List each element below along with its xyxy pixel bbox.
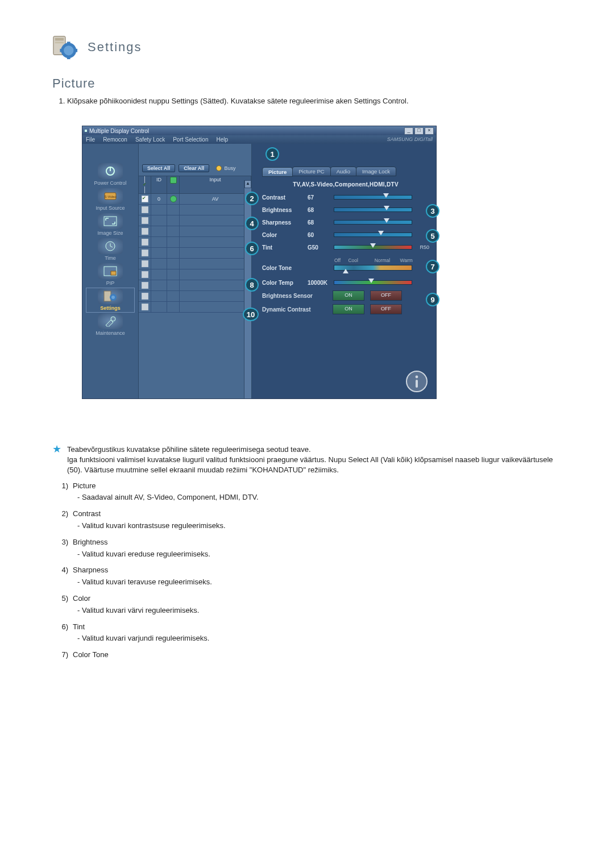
menu-file[interactable]: File	[86, 136, 95, 143]
device-row	[139, 215, 251, 226]
row-checkbox[interactable]	[142, 196, 148, 202]
svg-point-21	[111, 296, 115, 299]
device-row	[139, 237, 251, 248]
tint-slider[interactable]: Tint G50 R50	[262, 241, 429, 254]
image-size-icon	[98, 213, 123, 229]
dynamic-contrast-off-button[interactable]: OFF	[370, 304, 402, 314]
svg-point-25	[416, 376, 418, 379]
source-line: TV,AV,S-Video,Component,HDMI,DTV	[262, 180, 429, 191]
slider-value: 68	[306, 219, 334, 226]
slider-label: Tint	[262, 244, 306, 251]
sidebar-label: Image Size	[86, 230, 134, 236]
color-temp-slider[interactable]: Color Temp 10000K	[262, 276, 429, 289]
time-icon	[98, 238, 123, 254]
sidebar-item-pip[interactable]: PIP	[86, 263, 134, 287]
sidebar-item-image-size[interactable]: Image Size	[86, 213, 134, 237]
slider-label: Sharpness	[262, 219, 306, 226]
color-slider[interactable]: Color 60	[262, 229, 429, 241]
col-id: ID	[151, 176, 167, 193]
slider-label: Brightness	[262, 207, 306, 213]
svg-rect-26	[416, 380, 418, 388]
menu-help[interactable]: Help	[216, 136, 228, 143]
color-tone-row[interactable]: Color Tone Off Cool Normal Warm	[262, 259, 429, 276]
slider-value: 67	[306, 194, 334, 201]
menu-safety-lock[interactable]: Safety Lock	[135, 136, 165, 143]
star-icon: ★	[52, 445, 61, 476]
sidebar-item-settings[interactable]: Settings	[86, 288, 134, 312]
scroll-up-button[interactable]: ▲	[244, 180, 251, 188]
brightness-slider[interactable]: Brightness 68	[262, 203, 429, 216]
sharpness-slider[interactable]: Sharpness 68	[262, 216, 429, 229]
callout-1: 1	[265, 147, 279, 161]
tab-audio[interactable]: Audio	[330, 167, 356, 176]
dynamic-contrast-on-button[interactable]: ON	[333, 304, 364, 314]
color-temp-value: 10000K	[306, 280, 334, 286]
contrast-slider[interactable]: Contrast 67	[262, 191, 429, 203]
clear-all-button[interactable]: Clear All	[179, 164, 209, 172]
menu-remocon[interactable]: Remocon	[103, 136, 127, 143]
callout-9: 9	[426, 293, 439, 306]
dynamic-contrast-label: Dynamic Contrast	[262, 306, 327, 313]
menu-port-selection[interactable]: Port Selection	[173, 136, 208, 143]
slider-value: G50	[306, 244, 334, 251]
header-checkbox[interactable]	[140, 176, 149, 193]
row-id: 0	[151, 194, 167, 204]
pip-icon	[98, 263, 123, 279]
description-item: 3)BrightnessValitud kuvari ereduse regul…	[52, 537, 562, 560]
svg-point-22	[111, 317, 115, 321]
sidebar-item-maintenance[interactable]: Maintenance	[86, 313, 134, 337]
device-row	[139, 280, 251, 291]
tab-picture-pc[interactable]: Picture PC	[292, 167, 330, 176]
brightness-sensor-label: Brightness Sensor	[262, 293, 327, 299]
sidebar-label: Power Control	[86, 180, 134, 186]
callout-8: 8	[245, 278, 259, 292]
callout-7: 7	[426, 260, 439, 273]
settings-panel: 1 2 3 4 5 6 7 8 9 10 Picture Picture PC …	[252, 144, 436, 398]
info-icon[interactable]	[405, 370, 428, 393]
device-row	[139, 205, 251, 215]
sidebar-label: Settings	[86, 305, 134, 311]
brightness-sensor-on-button[interactable]: ON	[333, 290, 364, 301]
slider-label: Contrast	[262, 194, 306, 201]
intro-step-1: Klõpsake põhiikoonidest nuppu Settings (…	[67, 97, 562, 105]
mdc-window: Multiple Display Control _ □ × File Remo…	[82, 126, 437, 399]
maintenance-icon	[98, 313, 123, 329]
window-close-button[interactable]: ×	[425, 127, 434, 135]
settings-icon	[98, 288, 123, 304]
device-row	[139, 302, 251, 313]
description-item: 5)ColorValitud kuvari värvi reguleerimis…	[52, 593, 562, 617]
svg-rect-2	[55, 41, 64, 43]
brightness-sensor-off-button[interactable]: OFF	[370, 290, 402, 301]
sidebar-label: Input Source	[86, 205, 134, 211]
sidebar-item-input-source[interactable]: S-Video Input Source	[86, 188, 134, 212]
device-row[interactable]: 0 AV	[139, 194, 251, 205]
row-status-icon	[170, 196, 177, 202]
window-max-button[interactable]: □	[414, 127, 424, 135]
device-row	[139, 259, 251, 269]
window-titlebar: Multiple Display Control _ □ ×	[82, 126, 436, 135]
tab-picture[interactable]: Picture	[262, 167, 293, 177]
sidebar-label: Time	[86, 255, 134, 261]
svg-rect-5	[67, 41, 70, 44]
sidebar: Power Control S-Video Input Source Image…	[82, 144, 138, 398]
sidebar-item-time[interactable]: Time	[86, 238, 134, 262]
dynamic-contrast-row: Dynamic Contrast ON OFF	[262, 302, 429, 316]
sidebar-item-power-control[interactable]: Power Control	[86, 163, 134, 187]
description-item: 6)TintValitud kuvari varjundi reguleerim…	[52, 621, 562, 645]
description-item: 1)PictureSaadaval ainult AV, S-Video, Co…	[52, 480, 562, 504]
slider-value: 68	[306, 207, 334, 213]
tab-image-lock[interactable]: Image Lock	[356, 167, 396, 176]
input-source-icon: S-Video	[98, 188, 123, 204]
svg-rect-8	[74, 49, 77, 52]
select-all-button[interactable]: Select All	[142, 164, 175, 172]
callout-5: 5	[426, 229, 439, 243]
description-item: 7)Color Tone	[52, 649, 562, 661]
power-icon	[98, 163, 123, 179]
svg-rect-6	[67, 56, 70, 59]
device-list: Select All Clear All Busy ID Input 0	[138, 144, 252, 398]
callout-4: 4	[245, 217, 259, 230]
slider-value: 60	[306, 232, 334, 238]
description-list: 1)PictureSaadaval ainult AV, S-Video, Co…	[52, 480, 562, 661]
device-row	[139, 226, 251, 237]
window-min-button[interactable]: _	[404, 127, 413, 135]
